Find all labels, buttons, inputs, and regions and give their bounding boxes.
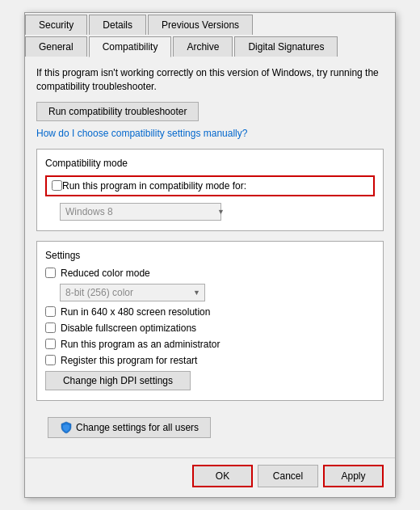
ok-button[interactable]: OK: [192, 465, 253, 487]
bottom-bar: Change settings for all users: [36, 411, 384, 448]
windows-version-wrapper: Windows 8: [60, 203, 229, 221]
run-troubleshooter-button[interactable]: Run compatibility troubleshooter: [36, 102, 199, 121]
fullscreen-row: Disable fullscreen optimizations: [45, 322, 375, 334]
properties-dialog: Security Details Previous Versions Gener…: [24, 12, 396, 498]
change-all-users-button[interactable]: Change settings for all users: [48, 417, 211, 438]
tab-details[interactable]: Details: [89, 15, 146, 35]
tab-security[interactable]: Security: [25, 15, 87, 35]
admin-checkbox[interactable]: [45, 339, 56, 349]
change-all-users-label: Change settings for all users: [76, 422, 199, 433]
color-mode-wrapper: 8-bit (256) color: [60, 284, 205, 301]
reduced-color-label: Reduced color mode: [61, 268, 150, 279]
fullscreen-checkbox[interactable]: [45, 322, 56, 333]
color-mode-select[interactable]: 8-bit (256) color: [60, 284, 205, 301]
tab-general[interactable]: General: [25, 36, 87, 57]
tab-row-2: General Compatibility Archive Digital Si…: [25, 35, 395, 57]
apply-button[interactable]: Apply: [323, 465, 384, 487]
content-area: If this program isn't working correctly …: [25, 57, 395, 457]
dialog-footer: OK Cancel Apply: [25, 457, 395, 497]
admin-row: Run this program as an administrator: [45, 339, 375, 350]
shield-icon: [60, 421, 73, 434]
windows-version-select[interactable]: Windows 8: [60, 203, 221, 221]
settings-section: Settings Reduced color mode 8-bit (256) …: [36, 241, 384, 401]
tab-digital-signatures[interactable]: Digital Signatures: [234, 36, 338, 57]
resolution-label: Run in 640 x 480 screen resolution: [61, 306, 210, 318]
reduced-color-checkbox[interactable]: [45, 268, 56, 278]
cancel-button[interactable]: Cancel: [258, 465, 318, 487]
resolution-checkbox[interactable]: [45, 306, 56, 317]
compat-mode-checkbox-row: Run this program in compatibility mode f…: [45, 175, 375, 196]
compat-mode-checkbox[interactable]: [52, 180, 62, 191]
compat-mode-label: Run this program in compatibility mode f…: [62, 180, 246, 192]
compat-mode-title: Compatibility mode: [45, 158, 375, 169]
restart-label: Register this program for restart: [61, 355, 197, 366]
resolution-row: Run in 640 x 480 screen resolution: [45, 306, 375, 318]
restart-checkbox[interactable]: [45, 355, 56, 365]
help-link[interactable]: How do I choose compatibility settings m…: [36, 128, 384, 139]
description-text: If this program isn't working correctly …: [36, 66, 384, 94]
restart-row: Register this program for restart: [45, 355, 375, 366]
tab-compatibility[interactable]: Compatibility: [89, 36, 172, 57]
compatibility-mode-section: Compatibility mode Run this program in c…: [36, 149, 384, 231]
tab-previous-versions[interactable]: Previous Versions: [148, 15, 253, 35]
tab-row-1: Security Details Previous Versions: [25, 13, 395, 35]
settings-title: Settings: [45, 250, 375, 261]
reduced-color-row: Reduced color mode: [45, 268, 375, 279]
fullscreen-label: Disable fullscreen optimizations: [61, 322, 196, 334]
admin-label: Run this program as an administrator: [61, 339, 220, 350]
change-dpi-button[interactable]: Change high DPI settings: [45, 371, 191, 390]
tab-archive[interactable]: Archive: [173, 36, 233, 57]
